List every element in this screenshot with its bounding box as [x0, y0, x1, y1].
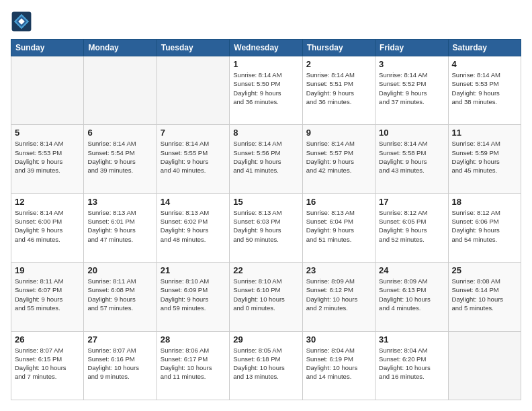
day-number: 11 [452, 128, 517, 138]
calendar-cell: 11Sunrise: 8:14 AM Sunset: 5:59 PM Dayli… [448, 125, 521, 193]
day-info: Sunrise: 8:04 AM Sunset: 6:20 PM Dayligh… [379, 346, 444, 381]
day-info: Sunrise: 8:14 AM Sunset: 5:59 PM Dayligh… [452, 139, 517, 175]
day-info: Sunrise: 8:07 AM Sunset: 6:15 PM Dayligh… [15, 346, 80, 381]
day-number: 30 [306, 334, 371, 345]
calendar-cell: 4Sunrise: 8:14 AM Sunset: 5:53 PM Daylig… [448, 56, 521, 125]
day-info: Sunrise: 8:10 AM Sunset: 6:09 PM Dayligh… [161, 277, 226, 312]
week-row-5: 26Sunrise: 8:07 AM Sunset: 6:15 PM Dayli… [11, 331, 521, 400]
day-info: Sunrise: 8:14 AM Sunset: 5:53 PM Dayligh… [15, 139, 80, 175]
day-info: Sunrise: 8:14 AM Sunset: 5:53 PM Dayligh… [452, 71, 517, 106]
day-number: 14 [161, 197, 226, 207]
day-number: 29 [233, 334, 298, 345]
day-number: 31 [379, 334, 444, 345]
weekday-header-wednesday: Wednesday [230, 40, 302, 56]
day-info: Sunrise: 8:11 AM Sunset: 6:07 PM Dayligh… [15, 277, 80, 312]
calendar-cell: 8Sunrise: 8:14 AM Sunset: 5:56 PM Daylig… [230, 125, 302, 193]
calendar-cell: 7Sunrise: 8:14 AM Sunset: 5:55 PM Daylig… [157, 125, 229, 193]
calendar-table: SundayMondayTuesdayWednesdayThursdayFrid… [11, 39, 521, 400]
logo [11, 11, 35, 32]
day-info: Sunrise: 8:13 AM Sunset: 6:04 PM Dayligh… [306, 208, 371, 244]
weekday-header-monday: Monday [84, 40, 157, 56]
calendar-cell [11, 56, 84, 125]
calendar-cell: 19Sunrise: 8:11 AM Sunset: 6:07 PM Dayli… [11, 263, 84, 331]
day-info: Sunrise: 8:12 AM Sunset: 6:05 PM Dayligh… [379, 208, 444, 244]
calendar-cell [84, 56, 157, 125]
day-info: Sunrise: 8:08 AM Sunset: 6:14 PM Dayligh… [452, 277, 517, 312]
calendar-cell: 29Sunrise: 8:05 AM Sunset: 6:18 PM Dayli… [230, 331, 302, 400]
calendar-cell: 27Sunrise: 8:07 AM Sunset: 6:16 PM Dayli… [84, 331, 157, 400]
week-row-4: 19Sunrise: 8:11 AM Sunset: 6:07 PM Dayli… [11, 263, 521, 331]
calendar-cell: 21Sunrise: 8:10 AM Sunset: 6:09 PM Dayli… [157, 263, 229, 331]
calendar-cell: 6Sunrise: 8:14 AM Sunset: 5:54 PM Daylig… [84, 125, 157, 193]
day-info: Sunrise: 8:10 AM Sunset: 6:10 PM Dayligh… [233, 277, 298, 312]
day-info: Sunrise: 8:13 AM Sunset: 6:01 PM Dayligh… [87, 208, 152, 244]
calendar-cell: 22Sunrise: 8:10 AM Sunset: 6:10 PM Dayli… [230, 263, 302, 331]
day-info: Sunrise: 8:11 AM Sunset: 6:08 PM Dayligh… [87, 277, 152, 312]
calendar-cell: 25Sunrise: 8:08 AM Sunset: 6:14 PM Dayli… [448, 263, 521, 331]
day-number: 19 [15, 265, 80, 275]
calendar-cell [157, 56, 229, 125]
calendar-cell: 10Sunrise: 8:14 AM Sunset: 5:58 PM Dayli… [375, 125, 448, 193]
day-number: 26 [15, 334, 80, 345]
calendar-cell: 14Sunrise: 8:13 AM Sunset: 6:02 PM Dayli… [157, 193, 229, 262]
day-info: Sunrise: 8:14 AM Sunset: 5:57 PM Dayligh… [306, 139, 371, 175]
day-number: 5 [15, 128, 80, 138]
calendar-cell: 13Sunrise: 8:13 AM Sunset: 6:01 PM Dayli… [84, 193, 157, 262]
day-info: Sunrise: 8:04 AM Sunset: 6:19 PM Dayligh… [306, 346, 371, 381]
day-number: 18 [452, 197, 517, 207]
day-number: 12 [15, 197, 80, 207]
day-number: 17 [379, 197, 444, 207]
week-row-1: 1Sunrise: 8:14 AM Sunset: 5:50 PM Daylig… [11, 56, 521, 125]
logo-icon [11, 11, 32, 32]
calendar-cell: 16Sunrise: 8:13 AM Sunset: 6:04 PM Dayli… [302, 193, 375, 262]
week-row-3: 12Sunrise: 8:14 AM Sunset: 6:00 PM Dayli… [11, 193, 521, 262]
day-info: Sunrise: 8:05 AM Sunset: 6:18 PM Dayligh… [233, 346, 298, 381]
day-number: 22 [233, 265, 298, 275]
weekday-header-row: SundayMondayTuesdayWednesdayThursdayFrid… [11, 40, 521, 56]
calendar-cell: 18Sunrise: 8:12 AM Sunset: 6:06 PM Dayli… [448, 193, 521, 262]
day-info: Sunrise: 8:14 AM Sunset: 5:58 PM Dayligh… [379, 139, 444, 175]
weekday-header-tuesday: Tuesday [157, 40, 229, 56]
calendar-cell: 26Sunrise: 8:07 AM Sunset: 6:15 PM Dayli… [11, 331, 84, 400]
day-number: 27 [87, 334, 152, 345]
calendar-cell: 24Sunrise: 8:09 AM Sunset: 6:13 PM Dayli… [375, 263, 448, 331]
calendar-cell: 12Sunrise: 8:14 AM Sunset: 6:00 PM Dayli… [11, 193, 84, 262]
weekday-header-saturday: Saturday [448, 40, 521, 56]
calendar-cell: 3Sunrise: 8:14 AM Sunset: 5:52 PM Daylig… [375, 56, 448, 125]
calendar-cell: 30Sunrise: 8:04 AM Sunset: 6:19 PM Dayli… [302, 331, 375, 400]
day-number: 13 [87, 197, 152, 207]
day-info: Sunrise: 8:14 AM Sunset: 5:55 PM Dayligh… [161, 139, 226, 175]
calendar-cell: 17Sunrise: 8:12 AM Sunset: 6:05 PM Dayli… [375, 193, 448, 262]
calendar-cell: 28Sunrise: 8:06 AM Sunset: 6:17 PM Dayli… [157, 331, 229, 400]
calendar-cell: 9Sunrise: 8:14 AM Sunset: 5:57 PM Daylig… [302, 125, 375, 193]
day-number: 9 [306, 128, 371, 138]
day-number: 3 [379, 59, 444, 69]
day-info: Sunrise: 8:13 AM Sunset: 6:02 PM Dayligh… [161, 208, 226, 244]
page: SundayMondayTuesdayWednesdayThursdayFrid… [0, 0, 532, 411]
day-info: Sunrise: 8:14 AM Sunset: 6:00 PM Dayligh… [15, 208, 80, 244]
day-info: Sunrise: 8:14 AM Sunset: 5:54 PM Dayligh… [87, 139, 152, 175]
weekday-header-thursday: Thursday [302, 40, 375, 56]
day-number: 28 [161, 334, 226, 345]
header [11, 11, 521, 32]
calendar-cell: 20Sunrise: 8:11 AM Sunset: 6:08 PM Dayli… [84, 263, 157, 331]
day-number: 15 [233, 197, 298, 207]
day-info: Sunrise: 8:14 AM Sunset: 5:51 PM Dayligh… [306, 71, 371, 106]
day-info: Sunrise: 8:09 AM Sunset: 6:12 PM Dayligh… [306, 277, 371, 312]
week-row-2: 5Sunrise: 8:14 AM Sunset: 5:53 PM Daylig… [11, 125, 521, 193]
calendar-cell [448, 331, 521, 400]
weekday-header-friday: Friday [375, 40, 448, 56]
day-number: 8 [233, 128, 298, 138]
calendar-cell: 1Sunrise: 8:14 AM Sunset: 5:50 PM Daylig… [230, 56, 302, 125]
day-info: Sunrise: 8:12 AM Sunset: 6:06 PM Dayligh… [452, 208, 517, 244]
calendar-cell: 5Sunrise: 8:14 AM Sunset: 5:53 PM Daylig… [11, 125, 84, 193]
day-number: 16 [306, 197, 371, 207]
day-number: 2 [306, 59, 371, 69]
weekday-header-sunday: Sunday [11, 40, 84, 56]
calendar-cell: 15Sunrise: 8:13 AM Sunset: 6:03 PM Dayli… [230, 193, 302, 262]
calendar-cell: 23Sunrise: 8:09 AM Sunset: 6:12 PM Dayli… [302, 263, 375, 331]
day-info: Sunrise: 8:14 AM Sunset: 5:52 PM Dayligh… [379, 71, 444, 106]
day-number: 6 [87, 128, 152, 138]
day-number: 23 [306, 265, 371, 275]
calendar-cell: 2Sunrise: 8:14 AM Sunset: 5:51 PM Daylig… [302, 56, 375, 125]
